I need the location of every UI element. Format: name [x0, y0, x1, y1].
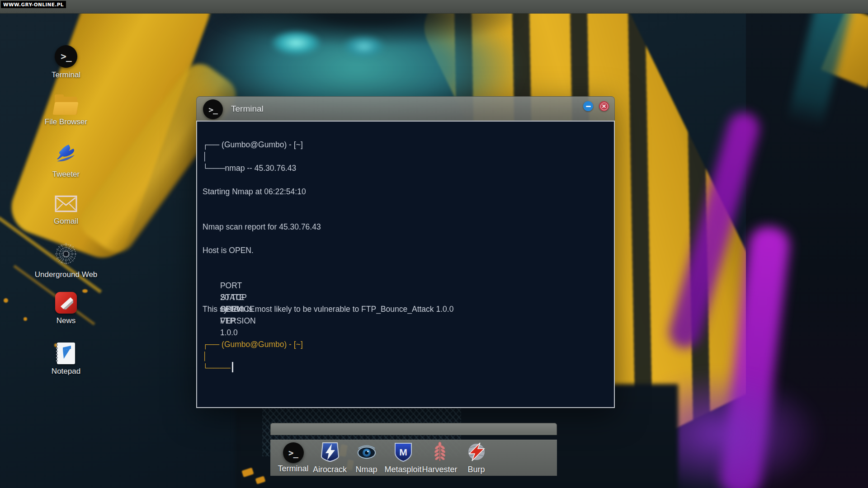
desktop-icon-label: Terminal — [52, 70, 80, 80]
bird-icon — [55, 144, 77, 167]
dock-item-airocrack[interactable]: Airocrack — [311, 441, 348, 474]
terminal-table-row: 20 TCP OPEN FTP 1.0.0 — [203, 280, 270, 291]
spiderweb-icon — [54, 242, 78, 267]
terminal-window: >_ Terminal ┌── (Gumbo@Gumbo) - [~] │ └─… — [196, 96, 615, 408]
terminal-prompt-line: ┌── (Gumbo@Gumbo) - [~] — [203, 139, 303, 150]
dock-item-burp[interactable]: Burp — [458, 441, 495, 474]
shield-m-icon: M — [393, 441, 414, 464]
terminal-output-line: Nmap scan report for 45.30.76.43 — [203, 221, 321, 233]
desktop-icon-label: Tweeter — [52, 170, 80, 179]
wallpaper-gold-shape-left — [4, 0, 218, 265]
wallpaper-gold-dot — [4, 298, 8, 303]
terminal-table-header: PORT STATE SERVICE VERSION — [203, 268, 270, 280]
wallpaper-eye-glow — [271, 31, 321, 55]
terminal-icon: >_ — [203, 99, 223, 119]
news-icon — [55, 292, 77, 314]
desktop-icon-file-browser[interactable]: File Browser — [37, 94, 95, 127]
notepad-icon — [57, 343, 75, 364]
wallpaper-teal-streak — [787, 0, 854, 129]
desktop-icon-label: Gomail — [54, 217, 78, 226]
desktop-icon-notepad[interactable]: Notepad — [37, 343, 95, 376]
svg-text:M: M — [399, 447, 407, 457]
terminal-prompt-line: └──── — [203, 362, 233, 374]
minimized-window-bar[interactable] — [270, 423, 557, 435]
desktop-icon-terminal[interactable]: >_ Terminal — [37, 45, 95, 80]
minimize-icon — [586, 106, 591, 107]
wallpaper-neon-magenta — [665, 109, 763, 352]
wallpaper-gold-corner — [821, 7, 868, 88]
desktop-icon-tweeter[interactable]: Tweeter — [37, 144, 95, 179]
folder-icon — [55, 97, 77, 115]
terminal-icon: >_ — [283, 442, 304, 463]
shield-lightning-icon — [320, 441, 340, 464]
window-titlebar[interactable]: >_ Terminal — [196, 96, 615, 121]
wallpaper-eye-glow — [344, 36, 384, 57]
dock-item-terminal[interactable]: >_ Terminal — [275, 442, 311, 474]
bolt-sphere-icon — [466, 441, 487, 464]
terminal-output-line: Starting Nmap at 06:22:54:10 — [203, 186, 306, 197]
desktop-screen: WWW.GRY-ONLINE.PL >_ Terminal File Brows… — [0, 0, 868, 488]
close-button[interactable] — [599, 101, 609, 111]
dock: >_ Terminal Airocrack — [270, 440, 557, 476]
window-title: Terminal — [231, 97, 264, 121]
system-top-bar — [0, 0, 868, 14]
desktop-icon-underground-web[interactable]: Underground Web — [37, 242, 95, 279]
eye-icon — [356, 441, 377, 464]
desktop-icon-news[interactable]: News — [37, 292, 95, 325]
desktop-icon-label: Underground Web — [35, 270, 98, 279]
terminal-content[interactable]: ┌── (Gumbo@Gumbo) - [~] │ └───nmap -- 45… — [196, 121, 615, 408]
dock-item-nmap[interactable]: Nmap — [348, 441, 385, 474]
terminal-command-line: └───nmap -- 45.30.76.43 — [203, 162, 296, 174]
terminal-prompt-line: ┌── (Gumbo@Gumbo) - [~] — [203, 338, 303, 350]
desktop-icon-gomail[interactable]: Gomail — [37, 195, 95, 226]
wheat-icon — [429, 441, 450, 464]
desktop-icon-label: News — [57, 316, 76, 325]
desktop-icon-label: Notepad — [52, 367, 80, 376]
wallpaper-dark-right — [746, 0, 868, 488]
wallpaper-gold-dot — [241, 468, 254, 478]
envelope-icon — [55, 195, 77, 214]
terminal-output-line: Host is OPEN. — [203, 244, 254, 256]
wallpaper-violet-glow — [615, 371, 823, 488]
minimize-button[interactable] — [583, 101, 593, 111]
wallpaper-gold-dot — [255, 476, 265, 484]
terminal-icon: >_ — [55, 45, 77, 68]
wallpaper-gold-dot — [24, 317, 27, 321]
terminal-cursor — [232, 362, 233, 372]
wallpaper-neon-magenta — [718, 225, 792, 488]
watermark: WWW.GRY-ONLINE.PL — [1, 1, 66, 8]
terminal-prompt-line: │ — [203, 150, 208, 162]
terminal-output-line: This system is most likely to be vulnera… — [203, 303, 453, 315]
dock-item-harvester[interactable]: Harvester — [421, 441, 458, 474]
terminal-prompt-line: │ — [203, 350, 208, 362]
desktop-icon-label: File Browser — [45, 117, 87, 127]
dock-item-metasploit[interactable]: M Metasploit — [385, 441, 421, 474]
